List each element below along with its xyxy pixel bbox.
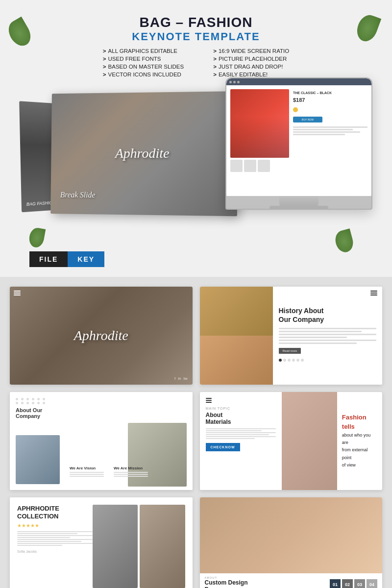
t-line-6 xyxy=(206,438,255,439)
feature-8: EASILY EDITABLE! xyxy=(213,72,289,77)
dot-5 xyxy=(296,359,299,362)
slide7-bottom: ABOUT Custom DesignProgress 01 02 03 04 xyxy=(200,573,383,588)
s6-line-3 xyxy=(17,535,93,536)
screen-dot-1 xyxy=(229,81,232,83)
vision-lines xyxy=(70,472,104,477)
social-in: in xyxy=(178,376,181,381)
screen-price: $187 xyxy=(293,97,368,103)
features-col-right: 16:9 WIDE SCREEN RATIO PICTURE PLACEHOLD… xyxy=(213,48,289,77)
screen-dot-2 xyxy=(233,81,236,83)
slide2-images xyxy=(200,287,273,385)
features-row: ALL GRAPHICS EDITABLE USED FREE FONTS BA… xyxy=(103,48,289,77)
t-line-5 xyxy=(206,436,276,437)
progress-num-3: 03 xyxy=(354,579,365,588)
grid-dot xyxy=(16,398,18,400)
screen-product-image xyxy=(230,89,289,158)
slide-break-title: Break Slide xyxy=(60,191,96,200)
slide-preview-4: MAIN TOPIC AboutMaterials CHECKNOW xyxy=(200,392,383,490)
s6-line-5 xyxy=(17,539,93,540)
feature-1: ALL GRAPHICS EDITABLE xyxy=(103,48,184,54)
fashion-heading: Fashion tells about who you arefrom exte… xyxy=(342,413,377,468)
mission-lines xyxy=(114,472,148,477)
screen-product-title: THE CLASSIC – BLACK xyxy=(293,91,368,95)
slide2-menu-icon xyxy=(370,291,377,295)
monitor-stand xyxy=(279,196,318,206)
menu-line-2 xyxy=(206,400,212,401)
screen-thumbnails xyxy=(230,160,289,172)
grid-dot xyxy=(16,402,18,404)
monitor-wrap: THE CLASSIC – BLACK $187 BUY NOW xyxy=(225,77,382,234)
slide4-menu-icon xyxy=(206,398,276,403)
desc-line-2 xyxy=(293,129,353,130)
slide-main: Break Slide Aphrodite xyxy=(50,91,237,216)
social-tw: tw xyxy=(184,376,188,381)
s6-line-2 xyxy=(17,533,77,534)
slide7-layout: ABOUT Custom DesignProgress 01 02 03 04 xyxy=(200,497,383,588)
slide2-text xyxy=(279,328,377,344)
menu-line-3 xyxy=(206,402,212,403)
slide1-menu-icon xyxy=(14,291,21,295)
slide2-img2 xyxy=(200,336,273,385)
file-key-badge: FILE KEY xyxy=(29,251,104,267)
dots-grid xyxy=(16,398,187,404)
slide6-img-2 xyxy=(140,505,185,588)
grid-dot xyxy=(26,402,29,404)
buy-now-btn[interactable]: BUY NOW xyxy=(293,117,322,122)
top-section: BAG – FASHION KEYNOTE TEMPLATE ALL GRAPH… xyxy=(0,0,392,277)
slide2-heading: History AboutOur Company xyxy=(279,306,377,324)
slide6-img-1 xyxy=(93,505,138,588)
slide4-fashion-image: Fashion tells about who you arefrom exte… xyxy=(282,392,382,490)
slide2-content: History AboutOur Company Read more xyxy=(273,287,383,385)
v-line-1 xyxy=(70,472,104,473)
leaf-decoration-tr xyxy=(354,12,381,44)
slide-preview-2: History AboutOur Company Read more xyxy=(200,287,383,385)
slide6-right xyxy=(93,505,185,588)
slides-grid: Aphrodite f in tw History AboutOu xyxy=(0,277,392,588)
menu-line-2 xyxy=(370,293,377,294)
hamburger-icon xyxy=(14,291,21,295)
menu-line-1 xyxy=(370,291,377,292)
hero-display: BAG FASHION Break Slide Aphrodite xyxy=(10,77,382,244)
monitor-base xyxy=(270,206,328,210)
dot-1 xyxy=(279,359,282,362)
m-line-1 xyxy=(114,472,148,473)
s6-line-4 xyxy=(17,537,70,538)
grid-dot xyxy=(21,398,24,400)
t-line-1 xyxy=(206,428,276,429)
s6-line-7 xyxy=(17,543,93,544)
slide7-numbers: 01 02 03 04 xyxy=(330,579,377,588)
text-line-1 xyxy=(279,328,377,329)
slide6-signature: Sofia Jacobs xyxy=(17,550,93,553)
fashion-tells-panel: Fashion tells about who you arefrom exte… xyxy=(337,392,382,490)
v-line-3 xyxy=(70,476,104,477)
checknow-btn[interactable]: CHECKNOW xyxy=(206,443,240,451)
feature-3: BASED ON MASTER SLIDES xyxy=(103,64,184,70)
screen-content: THE CLASSIC – BLACK $187 BUY NOW xyxy=(226,78,371,196)
text-line-4 xyxy=(279,337,347,338)
fashion-rest: about who you arefrom external pointof v… xyxy=(342,433,371,468)
color-swatch xyxy=(293,107,298,112)
slide4-text xyxy=(206,428,276,439)
title-block: BAG – FASHION KEYNOTE TEMPLATE xyxy=(132,15,260,43)
slide4-title: AboutMaterials xyxy=(206,412,276,425)
slide-preview-1: Aphrodite f in tw xyxy=(10,287,193,385)
dot-2 xyxy=(283,359,286,362)
slide6-layout: APHRHODITECOLLECTION ★★★★★ Sofia Jacobs xyxy=(10,497,193,588)
feature-5: 16:9 WIDE SCREEN RATIO xyxy=(213,48,289,54)
grid-dot xyxy=(43,398,45,400)
progress-num-1: 01 xyxy=(330,579,341,588)
slide3-content-area: We Are Vision We Are Mission xyxy=(16,423,187,484)
menu-line-3 xyxy=(370,294,377,295)
slide4-subtitle: MAIN TOPIC xyxy=(206,407,276,410)
slide7-bg-image xyxy=(200,497,383,576)
slide2-img1 xyxy=(200,287,273,336)
read-more-btn[interactable]: Read more xyxy=(279,348,301,354)
screen-description xyxy=(293,126,368,135)
menu-line-2 xyxy=(14,293,21,294)
slide6-text xyxy=(17,531,93,546)
t-line-3 xyxy=(206,432,276,433)
vision-block: We Are Vision xyxy=(70,466,104,477)
grid-dot xyxy=(21,402,24,404)
slide3-layout: About OurCompany We Are Vision We Are xyxy=(10,392,193,490)
slide-main-bg: Break Slide Aphrodite xyxy=(50,91,237,216)
